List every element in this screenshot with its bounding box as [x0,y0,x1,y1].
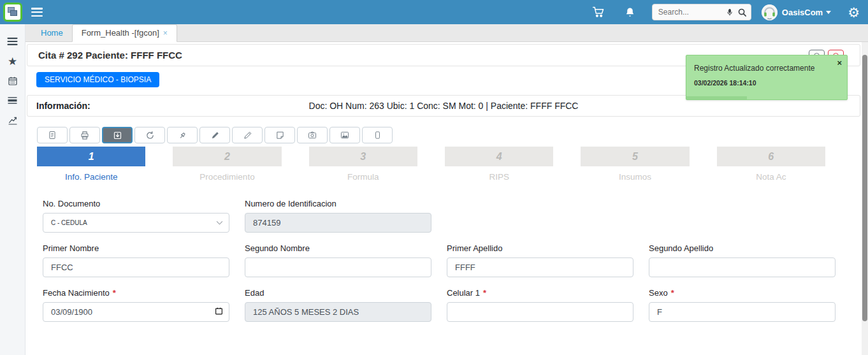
step-label: Nota Ac [717,172,825,182]
document-button[interactable] [37,127,68,143]
field-fecha-nacimiento: Fecha Nacimiento* [43,288,229,322]
image-button[interactable] [329,127,360,143]
step-info-paciente[interactable]: 1 Info. Paciente [37,147,145,182]
step-number: 3 [309,147,417,166]
chevron-down-icon [216,221,223,226]
step-rips[interactable]: 4 RIPS [445,147,553,182]
field-label: Sexo* [649,288,835,298]
tab-form-health[interactable]: Form_Health -[fgcon]× [72,24,177,42]
success-toast: Registro Actualizado correctamente 03/02… [686,55,848,100]
field-celular1: Celular 1* [447,288,633,322]
step-formula[interactable]: 3 Formula [309,147,417,182]
primer-nombre-input[interactable] [43,257,229,277]
field-primer-nombre: Primer Nombre [43,243,229,277]
calendar-icon[interactable] [8,75,18,87]
segundo-nombre-input[interactable] [245,257,431,277]
step-number: 4 [445,147,553,166]
menu-lines-icon[interactable] [7,36,18,47]
step-label: Procedimiento [173,172,281,182]
field-label: Celular 1* [447,288,633,298]
segundo-apellido-input[interactable] [649,257,835,277]
caret-down-icon[interactable] [826,11,831,14]
cart-icon[interactable] [591,6,605,18]
app-screen: OasisCom ⚙ Home Form_Health -[fgcon]× ★ … [0,0,868,355]
field-label: Fecha Nacimiento* [43,288,229,298]
sexo-input[interactable] [649,302,835,322]
select-value: C - CEDULA [51,219,87,226]
star-icon[interactable]: ★ [8,55,17,67]
step-label: Info. Paciente [37,172,145,182]
card-list-icon[interactable] [7,95,18,106]
step-number: 1 [37,147,145,166]
step-number: 6 [717,147,825,166]
required-marker: * [671,288,674,298]
field-sexo: Sexo* [649,288,835,322]
top-header: OasisCom ⚙ [0,0,868,24]
note-button[interactable] [264,127,295,143]
toast-message: Registro Actualizado correctamente [686,55,847,73]
step-nota-ac[interactable]: 6 Nota Ac [717,147,825,182]
tab-close-icon[interactable]: × [163,29,168,38]
left-sidebar: ★ [0,24,25,355]
user-menu[interactable]: OasisCom [782,8,823,17]
step-label: Insumos [581,172,689,182]
field-label: Segundo Apellido [649,243,835,253]
field-identificacion: Numero de Identificacion [245,199,431,233]
tab-home[interactable]: Home [32,25,72,41]
gear-icon[interactable]: ⚙ [848,6,860,19]
vertical-scrollbar [862,42,868,355]
required-marker: * [483,288,486,298]
step-procedimiento[interactable]: 2 Procedimiento [173,147,281,182]
info-text: Doc: OH Num: 263 Ubic: 1 Conc: SM Mot: 0… [27,101,860,111]
primer-apellido-input[interactable] [447,257,633,277]
global-search [652,4,751,20]
hamburger-icon[interactable] [31,8,43,17]
field-label: Edad [245,288,431,298]
save-button[interactable] [102,127,133,143]
step-label: Formula [309,172,417,182]
mobile-button[interactable] [362,127,393,143]
page-title: Cita # 292 Paciente: FFFF FFCC [27,50,182,61]
pen-button[interactable] [199,127,230,143]
field-label: No. Documento [43,199,229,208]
identificacion-input [245,213,431,233]
field-label: Primer Nombre [43,243,229,253]
printer-button[interactable] [69,127,100,143]
step-tabs: 1 Info. Paciente 2 Procedimiento 3 Formu… [37,147,825,182]
headset-avatar[interactable] [762,4,778,20]
step-label: RIPS [445,172,553,182]
chart-line-icon[interactable] [8,115,18,126]
required-marker: * [113,288,116,298]
step-number: 5 [581,147,689,166]
servicio-medico-button[interactable]: SERVICIO MÉDICO - BIOPSIA [36,72,159,87]
toast-close-icon[interactable]: × [837,58,842,68]
step-insumos[interactable]: 5 Insumos [581,147,689,182]
edad-input [245,302,431,322]
record-toolbar [37,127,862,143]
search-input[interactable] [653,8,726,17]
patient-form: No. Documento C - CEDULA Numero de Ident… [43,199,862,322]
step-number: 2 [173,147,281,166]
toast-timestamp: 03/02/2026 18:14:10 [686,73,847,87]
field-edad: Edad [245,288,431,322]
refresh-button[interactable] [134,127,165,143]
pin-button[interactable] [167,127,198,143]
scrollbar-thumb[interactable] [862,55,867,321]
field-label: Primer Apellido [447,243,633,253]
bell-icon[interactable] [625,6,635,18]
celular1-input[interactable] [447,302,633,322]
camera-button[interactable] [297,127,328,143]
field-label: Segundo Nombre [245,243,431,253]
field-primer-apellido: Primer Apellido [447,243,633,277]
fecha-nacimiento-input[interactable] [43,302,229,322]
app-logo[interactable] [3,3,22,22]
pencil-button[interactable] [232,127,263,143]
tab-strip: Home Form_Health -[fgcon]× [25,24,868,42]
field-label: Numero de Identificacion [245,199,431,208]
documento-tipo-select[interactable]: C - CEDULA [43,213,229,233]
search-icon[interactable] [737,8,747,17]
field-no-documento: No. Documento C - CEDULA [43,199,229,233]
toast-progress [686,96,747,99]
microphone-icon[interactable] [726,8,734,17]
field-segundo-apellido: Segundo Apellido [649,243,835,277]
